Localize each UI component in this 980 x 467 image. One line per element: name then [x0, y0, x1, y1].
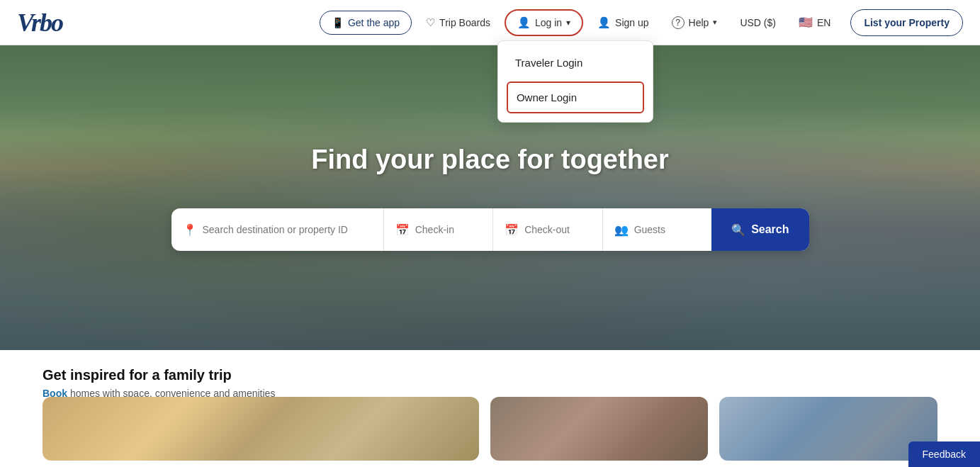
heart-icon: ♡: [426, 16, 435, 29]
destination-input[interactable]: [203, 224, 372, 235]
inspiration-cards: [43, 397, 937, 461]
help-chevron-icon: ▾: [713, 18, 717, 27]
currency-button[interactable]: USD ($): [731, 11, 784, 34]
location-pin-icon: 📍: [183, 223, 197, 237]
content-title: Get inspired for a family trip: [43, 367, 937, 383]
help-button[interactable]: ? Help ▾: [663, 11, 726, 35]
list-property-button[interactable]: List your Property: [850, 9, 963, 36]
list-property-label: List your Property: [864, 17, 950, 28]
chevron-down-icon: ▾: [566, 18, 570, 28]
question-icon: ?: [672, 16, 685, 29]
flag-icon: 🇺🇸: [799, 16, 813, 29]
feedback-tab[interactable]: Feedback: [908, 441, 980, 467]
traveler-login-label: Traveler Login: [515, 57, 582, 69]
checkin-field[interactable]: 📅: [384, 208, 493, 251]
login-dropdown: Traveler Login Owner Login: [497, 40, 653, 123]
person-icon: 👤: [517, 16, 531, 29]
calendar-out-icon: 📅: [505, 223, 519, 237]
signup-label: Sign up: [615, 17, 648, 28]
trip-boards-button[interactable]: ♡ Trip Boards: [417, 11, 499, 35]
language-button[interactable]: 🇺🇸 EN: [790, 10, 839, 35]
owner-login-item[interactable]: Owner Login: [507, 81, 644, 113]
nav-items: 📱 Get the app ♡ Trip Boards 👤 Log in ▾ T…: [320, 9, 963, 36]
header: Vrbo 📱 Get the app ♡ Trip Boards 👤 Log i…: [0, 0, 980, 45]
hero-title: Find your place for together: [311, 145, 669, 175]
calendar-in-icon: 📅: [395, 223, 410, 237]
search-button[interactable]: 🔍 Search: [711, 208, 809, 251]
feedback-label: Feedback: [923, 449, 966, 460]
card-outdoor[interactable]: [719, 397, 937, 461]
phone-icon: 📱: [332, 17, 344, 28]
owner-login-label: Owner Login: [517, 91, 577, 103]
currency-label: USD ($): [740, 17, 776, 28]
login-button[interactable]: 👤 Log in ▾: [505, 9, 583, 36]
destination-field[interactable]: 📍: [171, 208, 384, 251]
card-houses[interactable]: [43, 397, 479, 461]
help-label: Help: [689, 17, 709, 28]
card-dog[interactable]: [490, 397, 709, 461]
hero-section: Find your place for together 📍 📅 📅 👥 🔍 S…: [0, 45, 980, 350]
login-wrapper: 👤 Log in ▾ Traveler Login Owner Login: [505, 9, 583, 36]
checkout-field[interactable]: 📅: [493, 208, 602, 251]
signup-button[interactable]: 👤 Sign up: [589, 11, 657, 35]
traveler-login-item[interactable]: Traveler Login: [498, 47, 653, 79]
search-magnifier-icon: 🔍: [731, 223, 745, 237]
search-bar: 📍 📅 📅 👥 🔍 Search: [171, 208, 809, 251]
get-app-label: Get the app: [348, 17, 400, 28]
get-app-button[interactable]: 📱 Get the app: [320, 11, 412, 35]
guests-icon: 👥: [614, 223, 629, 237]
guests-field[interactable]: 👥: [603, 208, 711, 251]
trip-boards-label: Trip Boards: [439, 17, 490, 28]
vrbo-logo[interactable]: Vrbo: [17, 8, 62, 38]
guests-input[interactable]: [634, 224, 700, 235]
checkout-input[interactable]: [524, 224, 590, 235]
search-button-label: Search: [751, 223, 789, 236]
person-icon-2: 👤: [597, 16, 611, 29]
language-label: EN: [817, 17, 830, 28]
login-label: Log in: [535, 17, 562, 28]
checkin-input[interactable]: [415, 224, 481, 235]
hero-background: [0, 45, 980, 350]
